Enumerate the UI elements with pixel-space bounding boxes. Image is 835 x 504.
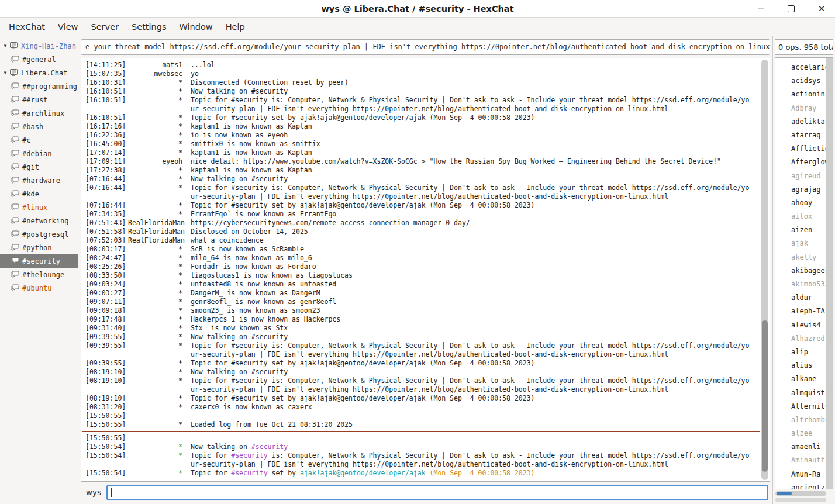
user-list-item[interactable]: alius xyxy=(775,359,826,372)
user-list-item[interactable]: aizen xyxy=(775,223,826,237)
channel-icon xyxy=(11,177,19,184)
userlist-hscrollbar-thumb[interactable] xyxy=(777,492,792,495)
user-list-item[interactable]: alzee xyxy=(775,427,826,440)
user-list-item[interactable]: agireud xyxy=(775,170,826,183)
menu-item-settings[interactable]: Settings xyxy=(125,20,172,34)
maximize-icon[interactable] xyxy=(785,2,798,15)
user-list-item[interactable]: afarrag xyxy=(775,129,826,142)
sidebar-item-python[interactable]: #python xyxy=(0,241,78,254)
nick: * xyxy=(128,280,187,289)
chat-line: [08:33:50]*tiagoslucas1 is now known as … xyxy=(82,271,760,280)
user-list-item[interactable]: akibageek xyxy=(775,264,826,278)
menu-item-help[interactable]: Help xyxy=(219,20,251,34)
close-icon[interactable]: ✕ xyxy=(815,2,828,15)
chat-scrollbar-thumb[interactable] xyxy=(762,320,768,472)
channel-icon xyxy=(11,123,19,130)
menu-item-window[interactable]: Window xyxy=(173,20,219,34)
menu-item-hexchat[interactable]: HexChat xyxy=(2,20,51,34)
user-list-item[interactable]: akelly xyxy=(775,251,826,264)
userlist-hscrollbar[interactable] xyxy=(775,491,826,496)
user-list-item[interactable]: alip xyxy=(775,346,826,359)
nick: mwebsec xyxy=(128,70,187,78)
sidebar-item-security[interactable]: #security xyxy=(0,254,78,268)
user-list-item[interactable]: agrajag xyxy=(775,183,826,196)
chat-line: [16:10:51]*Topic for #security set by aj… xyxy=(82,113,760,122)
user-list-item[interactable]: Afterglow xyxy=(775,156,826,169)
message: https://cybersecuritynews.com/remote-acc… xyxy=(187,219,760,227)
user-list-item[interactable]: ahooy xyxy=(775,196,826,210)
timestamp: [16:22:36] xyxy=(82,131,128,140)
user-list-item[interactable]: ailox xyxy=(775,210,826,223)
sidebar-item-thelounge[interactable]: #thelounge xyxy=(0,268,78,281)
sidebar-item-archlinux[interactable]: #archlinux xyxy=(0,106,78,120)
user-list-item[interactable]: accelario xyxy=(775,61,826,74)
timestamp: [08:03:17] xyxy=(82,245,128,254)
user-list-item[interactable]: adeliktas xyxy=(775,115,826,129)
menu-item-server[interactable]: Server xyxy=(84,20,125,34)
chat-line: [07:34:35]*ErrantEgo` is now known as Er… xyxy=(82,210,760,219)
sidebar-item-ubuntu[interactable]: #ubuntu xyxy=(0,281,78,295)
user-list-item[interactable]: alkane xyxy=(775,372,826,386)
minimize-icon[interactable]: − xyxy=(754,2,767,15)
user-list-item[interactable]: Alhazred xyxy=(775,332,826,346)
sidebar-item-c[interactable]: #c xyxy=(0,133,78,147)
user-list-item[interactable]: almquist xyxy=(775,386,826,400)
user-list-item[interactable]: acidsys xyxy=(775,74,826,88)
message-input[interactable] xyxy=(106,485,768,500)
userlist-scrollbar[interactable] xyxy=(826,58,833,489)
nick: * xyxy=(128,368,187,377)
message: genr8eofl_ is now known as genr8eofl xyxy=(187,298,760,306)
tree-network-libera.chat[interactable]: ▼Libera.Chat xyxy=(0,66,78,80)
user-list-item[interactable]: akimbo533 xyxy=(775,278,826,291)
nick: * xyxy=(128,443,187,451)
title-bar[interactable]: wys @ Libera.Chat / #security - HexChat … xyxy=(0,0,835,18)
topic-bar-input[interactable]: e your threat model https://ssd.eff.org/… xyxy=(81,39,770,55)
sidebar-item-hardware[interactable]: #hardware xyxy=(0,174,78,187)
timestamp: [07:16:44] xyxy=(82,184,128,192)
sidebar-item-linux[interactable]: #linux xyxy=(0,201,78,214)
user-list-item[interactable]: ancientz xyxy=(775,481,826,489)
user-list-item[interactable]: Adbray xyxy=(775,102,826,115)
sidebar-item-debian[interactable]: #debian xyxy=(0,147,78,160)
userlist-scrollbar-thumb[interactable] xyxy=(826,58,833,144)
user-list-item[interactable]: amaenli xyxy=(775,440,826,454)
sidebar-item-git[interactable]: #git xyxy=(0,160,78,174)
chat-line: [07:51:58]RealFloridaManDisclosed on Oct… xyxy=(82,227,760,236)
userlist-pane: 0 ops, 958 total accelarioacidsysactioni… xyxy=(772,36,835,504)
user-list-item[interactable]: aldur xyxy=(775,291,826,305)
message: Now talking on #security xyxy=(187,333,760,341)
tree-network-xing-hai-zhan[interactable]: ▼Xing-Hai-Zhan xyxy=(0,39,78,53)
user-list-item[interactable]: ajak__ xyxy=(775,237,826,250)
user-list-item[interactable]: Amun-Ra xyxy=(775,468,826,481)
user-list-item[interactable]: aleph-TA xyxy=(775,305,826,318)
chat-scrollbar[interactable] xyxy=(761,60,768,480)
user-list-item[interactable]: Aminautf_ xyxy=(775,454,826,467)
channel-icon xyxy=(11,244,19,251)
sidebar-item-rust[interactable]: ##rust xyxy=(0,93,78,106)
sidebar-item-programming[interactable]: ##programming xyxy=(0,80,78,93)
timestamp: [09:07:11] xyxy=(82,298,128,306)
user-list-item[interactable]: altrhombu xyxy=(775,413,826,427)
user-list-item[interactable]: Alternity xyxy=(775,400,826,413)
chat-line: [09:07:11]*genr8eofl_ is now known as ge… xyxy=(82,298,760,306)
chat-line: [16:17:16]*kaptan1 is now known as Kapta… xyxy=(82,122,760,131)
nick: * xyxy=(128,245,187,254)
userlist: accelarioacidsysactioninjAdbrayadeliktas… xyxy=(775,58,826,489)
sidebar-item-networking[interactable]: #networking xyxy=(0,214,78,227)
userlist-hscrollbar-track[interactable] xyxy=(775,498,826,502)
message: Now talking on #security xyxy=(187,87,760,96)
sidebar-item-bash[interactable]: #bash xyxy=(0,120,78,133)
timestamp: [09:09:18] xyxy=(82,306,128,315)
sidebar-item-general[interactable]: #general xyxy=(0,53,78,66)
timestamp: [16:10:51] xyxy=(82,113,128,122)
user-list-item[interactable]: Afflictio xyxy=(775,142,826,156)
message: Stx_ is now known as Stx xyxy=(187,324,760,333)
channel-icon xyxy=(11,150,19,157)
sidebar-item-postgresql[interactable]: #postgresql xyxy=(0,227,78,241)
menu-item-view[interactable]: View xyxy=(51,20,84,34)
user-list-item[interactable]: alewis4 xyxy=(775,319,826,332)
sidebar-item-kde[interactable]: #kde xyxy=(0,187,78,201)
message: caxerx0 is now known as caxerx xyxy=(187,403,760,412)
user-list-item[interactable]: actioninj xyxy=(775,88,826,101)
message: Topic for #security is: Computer, Networ… xyxy=(187,341,760,350)
